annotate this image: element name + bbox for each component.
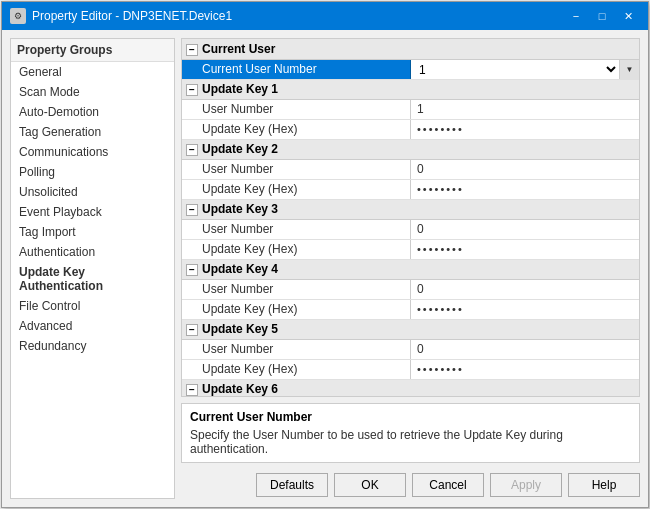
section-header-update-key-4: −Update Key 4 xyxy=(182,259,639,279)
section-header-current-user: −Current User xyxy=(182,39,639,59)
minimize-button[interactable]: − xyxy=(564,6,588,26)
prop-label: Update Key (Hex) xyxy=(182,179,411,199)
password-value: •••••••• xyxy=(417,363,464,375)
sidebar-item-advanced[interactable]: Advanced xyxy=(11,316,174,336)
apply-button[interactable]: Apply xyxy=(490,473,562,497)
sidebar-item-redundancy[interactable]: Redundancy xyxy=(11,336,174,356)
prop-row[interactable]: Current User Number1▼ xyxy=(182,59,639,79)
prop-value[interactable]: 0 xyxy=(411,219,640,239)
app-icon: ⚙ xyxy=(10,8,26,24)
collapse-icon[interactable]: − xyxy=(186,84,198,96)
prop-value[interactable]: 1 xyxy=(411,99,640,119)
prop-label: Update Key (Hex) xyxy=(182,239,411,259)
cancel-button[interactable]: Cancel xyxy=(412,473,484,497)
sidebar-item-unsolicited[interactable]: Unsolicited xyxy=(11,182,174,202)
defaults-button[interactable]: Defaults xyxy=(256,473,328,497)
prop-value[interactable]: •••••••• xyxy=(411,179,640,199)
sidebar-item-tag-import[interactable]: Tag Import xyxy=(11,222,174,242)
collapse-icon[interactable]: − xyxy=(186,384,198,396)
ok-button[interactable]: OK xyxy=(334,473,406,497)
prop-row[interactable]: Update Key (Hex)•••••••• xyxy=(182,179,639,199)
description-text: Specify the User Number to be used to re… xyxy=(190,428,631,456)
description-area: Current User Number Specify the User Num… xyxy=(181,403,640,463)
section-header-update-key-1: −Update Key 1 xyxy=(182,79,639,99)
prop-value[interactable]: •••••••• xyxy=(411,119,640,139)
sidebar-item-file-control[interactable]: File Control xyxy=(11,296,174,316)
prop-value[interactable]: 0 xyxy=(411,159,640,179)
prop-label: Update Key (Hex) xyxy=(182,359,411,379)
sidebar-items: GeneralScan ModeAuto-DemotionTag Generat… xyxy=(11,62,174,356)
current-user-select[interactable]: 1 xyxy=(411,60,619,79)
prop-row[interactable]: User Number0 xyxy=(182,339,639,359)
sidebar-item-auto-demotion[interactable]: Auto-Demotion xyxy=(11,102,174,122)
content-area: Property Groups GeneralScan ModeAuto-Dem… xyxy=(2,30,648,507)
prop-label: Update Key (Hex) xyxy=(182,119,411,139)
prop-row[interactable]: Update Key (Hex)•••••••• xyxy=(182,299,639,319)
collapse-icon[interactable]: − xyxy=(186,144,198,156)
collapse-icon[interactable]: − xyxy=(186,324,198,336)
title-bar: ⚙ Property Editor - DNP3ENET.Device1 − □… xyxy=(2,2,648,30)
prop-row[interactable]: User Number1 xyxy=(182,99,639,119)
password-value: •••••••• xyxy=(417,183,464,195)
section-header-update-key-2: −Update Key 2 xyxy=(182,139,639,159)
sidebar-item-communications[interactable]: Communications xyxy=(11,142,174,162)
prop-label: Current User Number xyxy=(182,59,411,79)
properties-area[interactable]: −Current UserCurrent User Number1▼−Updat… xyxy=(181,38,640,397)
prop-value[interactable]: •••••••• xyxy=(411,299,640,319)
help-button[interactable]: Help xyxy=(568,473,640,497)
prop-row[interactable]: Update Key (Hex)•••••••• xyxy=(182,239,639,259)
sidebar-item-polling[interactable]: Polling xyxy=(11,162,174,182)
window-title: Property Editor - DNP3ENET.Device1 xyxy=(32,9,232,23)
prop-row[interactable]: User Number0 xyxy=(182,159,639,179)
maximize-button[interactable]: □ xyxy=(590,6,614,26)
prop-label: User Number xyxy=(182,339,411,359)
prop-value[interactable]: 0 xyxy=(411,279,640,299)
prop-row[interactable]: User Number0 xyxy=(182,279,639,299)
section-header-update-key-3: −Update Key 3 xyxy=(182,199,639,219)
sidebar-item-tag-generation[interactable]: Tag Generation xyxy=(11,122,174,142)
password-value: •••••••• xyxy=(417,243,464,255)
prop-value[interactable]: •••••••• xyxy=(411,239,640,259)
prop-value[interactable]: •••••••• xyxy=(411,359,640,379)
password-value: •••••••• xyxy=(417,303,464,315)
prop-label: User Number xyxy=(182,159,411,179)
sidebar: Property Groups GeneralScan ModeAuto-Dem… xyxy=(10,38,175,499)
description-title: Current User Number xyxy=(190,410,631,424)
prop-label: Update Key (Hex) xyxy=(182,299,411,319)
properties-table: −Current UserCurrent User Number1▼−Updat… xyxy=(182,39,639,397)
sidebar-header: Property Groups xyxy=(11,39,174,62)
prop-label: User Number xyxy=(182,279,411,299)
section-header-update-key-5: −Update Key 5 xyxy=(182,319,639,339)
section-header-update-key-6: −Update Key 6 xyxy=(182,379,639,397)
sidebar-item-event-playback[interactable]: Event Playback xyxy=(11,202,174,222)
prop-row[interactable]: Update Key (Hex)•••••••• xyxy=(182,359,639,379)
prop-row[interactable]: Update Key (Hex)•••••••• xyxy=(182,119,639,139)
sidebar-item-update-key-authentication[interactable]: Update Key Authentication xyxy=(11,262,174,296)
main-window: ⚙ Property Editor - DNP3ENET.Device1 − □… xyxy=(1,1,649,508)
button-bar: Defaults OK Cancel Apply Help xyxy=(181,469,640,499)
select-arrow-icon: ▼ xyxy=(619,60,639,79)
collapse-icon[interactable]: − xyxy=(186,264,198,276)
prop-value[interactable]: 0 xyxy=(411,339,640,359)
close-button[interactable]: ✕ xyxy=(616,6,640,26)
prop-row[interactable]: User Number0 xyxy=(182,219,639,239)
prop-value[interactable]: 1▼ xyxy=(411,59,640,79)
password-value: •••••••• xyxy=(417,123,464,135)
prop-label: User Number xyxy=(182,99,411,119)
main-panel: −Current UserCurrent User Number1▼−Updat… xyxy=(181,38,640,499)
prop-label: User Number xyxy=(182,219,411,239)
sidebar-item-scan-mode[interactable]: Scan Mode xyxy=(11,82,174,102)
collapse-icon[interactable]: − xyxy=(186,44,198,56)
collapse-icon[interactable]: − xyxy=(186,204,198,216)
sidebar-item-authentication[interactable]: Authentication xyxy=(11,242,174,262)
sidebar-item-general[interactable]: General xyxy=(11,62,174,82)
